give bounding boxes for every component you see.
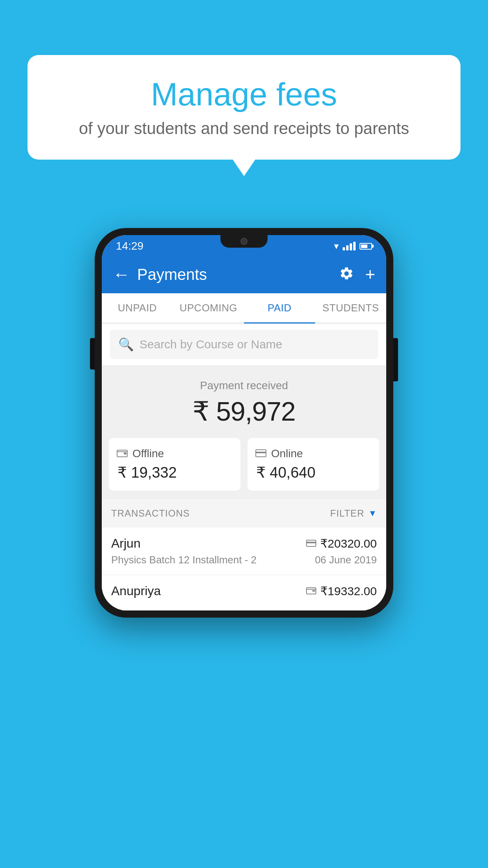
offline-card-header: Offline [117, 447, 164, 460]
back-button[interactable]: ← [113, 265, 130, 284]
tab-unpaid[interactable]: UNPAID [102, 293, 173, 323]
tab-paid[interactable]: PAID [244, 293, 315, 323]
transaction-item[interactable]: Anupriya ₹19332.00 [102, 575, 386, 611]
payment-cards: Offline ₹ 19,332 Online [102, 438, 386, 499]
transactions-label: TRANSACTIONS [111, 508, 190, 519]
phone-notch [220, 235, 268, 248]
speech-bubble: Manage fees of your students and send re… [28, 55, 460, 160]
search-bar[interactable]: 🔍 Search by Course or Name [110, 330, 378, 359]
phone-mockup: 14:29 ▾ [95, 228, 393, 618]
offline-payment-icon [306, 585, 316, 597]
tabs-container: UNPAID UPCOMING PAID STUDENTS [102, 293, 386, 324]
phone-outer: 14:29 ▾ [95, 228, 393, 618]
camera [240, 238, 248, 245]
transaction-item[interactable]: Arjun ₹20320.00 Physics Batch 12 Install… [102, 528, 386, 575]
app-bar-title: Payments [137, 266, 339, 283]
svg-rect-7 [312, 590, 315, 592]
svg-rect-5 [306, 542, 316, 543]
transaction-date: 06 June 2019 [315, 554, 377, 566]
course-info: Physics Batch 12 Installment - 2 [111, 554, 257, 566]
gear-svg [339, 266, 354, 281]
battery-icon [360, 243, 372, 250]
wifi-icon: ▾ [334, 241, 339, 252]
phone-screen: 14:29 ▾ [102, 235, 386, 611]
online-amount: ₹ 40,640 [255, 464, 316, 481]
search-input[interactable]: Search by Course or Name [139, 338, 283, 351]
app-bar-actions: + [339, 265, 375, 284]
status-time: 14:29 [116, 240, 143, 252]
amount-area: ₹20320.00 [306, 537, 377, 550]
app-bar: ← Payments + [102, 256, 386, 293]
offline-card: Offline ₹ 19,332 [109, 438, 240, 491]
tab-students[interactable]: STUDENTS [315, 293, 386, 323]
settings-icon[interactable] [339, 266, 354, 283]
online-card: Online ₹ 40,640 [248, 438, 379, 491]
transaction-row-top-2: Anupriya ₹19332.00 [111, 584, 377, 598]
transaction-amount-2: ₹19332.00 [320, 584, 377, 598]
filter-label: FILTER [330, 508, 364, 519]
bubble-subtitle: of your students and send receipts to pa… [51, 119, 437, 138]
offline-label: Offline [132, 447, 164, 460]
card-payment-icon [306, 537, 316, 550]
online-label: Online [271, 447, 303, 460]
transaction-row-bottom: Physics Batch 12 Installment - 2 06 June… [111, 554, 377, 566]
payment-total-amount: ₹ 59,972 [102, 396, 386, 427]
amount-area-2: ₹19332.00 [306, 584, 377, 598]
status-icons: ▾ [334, 241, 372, 252]
bubble-title: Manage fees [51, 77, 437, 112]
offline-amount: ₹ 19,332 [117, 464, 177, 481]
transaction-amount: ₹20320.00 [320, 537, 377, 550]
online-icon [255, 448, 266, 460]
svg-rect-1 [124, 452, 127, 454]
transaction-row-top: Arjun ₹20320.00 [111, 536, 377, 551]
signal-icon [343, 242, 356, 250]
payment-summary: Payment received ₹ 59,972 [102, 365, 386, 438]
svg-rect-3 [256, 452, 266, 453]
search-container: 🔍 Search by Course or Name [102, 324, 386, 365]
filter-icon: ▼ [368, 508, 377, 519]
speech-bubble-container: Manage fees of your students and send re… [28, 55, 460, 160]
online-card-header: Online [255, 447, 303, 460]
search-icon: 🔍 [118, 337, 134, 352]
filter-button[interactable]: FILTER ▼ [330, 508, 377, 519]
offline-icon [117, 448, 128, 460]
tab-upcoming[interactable]: UPCOMING [173, 293, 244, 323]
student-name: Arjun [111, 536, 141, 551]
add-button[interactable]: + [365, 265, 375, 284]
payment-received-label: Payment received [102, 379, 386, 392]
transactions-header: TRANSACTIONS FILTER ▼ [102, 499, 386, 528]
student-name-2: Anupriya [111, 584, 161, 598]
